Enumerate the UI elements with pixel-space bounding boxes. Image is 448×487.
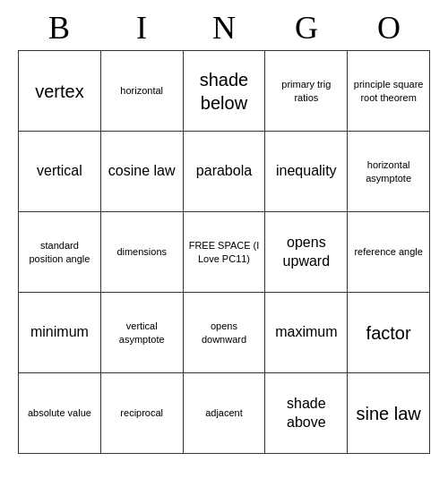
bingo-header-letter: I xyxy=(102,9,181,47)
bingo-cell: maximum xyxy=(265,293,348,373)
bingo-cell: reference angle xyxy=(348,212,430,293)
bingo-cell: dimensions xyxy=(100,212,183,293)
bingo-cell: adjacent xyxy=(183,373,265,454)
bingo-cell: vertex xyxy=(19,51,101,132)
bingo-cell: cosine law xyxy=(100,132,183,212)
bingo-cell: vertical xyxy=(19,132,101,212)
bingo-cell: minimum xyxy=(19,293,101,373)
bingo-header-letter: O xyxy=(349,9,428,47)
bingo-cell: primary trig ratios xyxy=(265,51,348,132)
bingo-cell: principle square root theorem xyxy=(348,51,430,132)
bingo-header: BINGO xyxy=(18,9,430,47)
bingo-table: vertexhorizontalshade belowprimary trig … xyxy=(18,50,430,454)
bingo-cell: parabola xyxy=(183,132,265,212)
bingo-cell: standard position angle xyxy=(19,212,101,293)
bingo-cell: horizontal asymptote xyxy=(348,132,430,212)
bingo-cell: opens downward xyxy=(183,293,265,373)
bingo-cell: absolute value xyxy=(19,373,101,454)
bingo-header-letter: N xyxy=(185,9,263,47)
bingo-cell: sine law xyxy=(348,373,430,454)
bingo-cell: horizontal xyxy=(100,51,183,132)
bingo-header-letter: G xyxy=(267,9,346,47)
bingo-cell: shade below xyxy=(183,51,265,132)
bingo-cell: shade above xyxy=(265,373,348,454)
bingo-header-letter: B xyxy=(20,9,99,47)
bingo-cell: reciprocal xyxy=(100,373,183,454)
bingo-cell: inequality xyxy=(265,132,348,212)
bingo-cell: vertical asymptote xyxy=(100,293,183,373)
bingo-cell: FREE SPACE (I Love PC11) xyxy=(183,212,265,293)
bingo-cell: factor xyxy=(348,293,430,373)
bingo-cell: opens upward xyxy=(265,212,348,293)
